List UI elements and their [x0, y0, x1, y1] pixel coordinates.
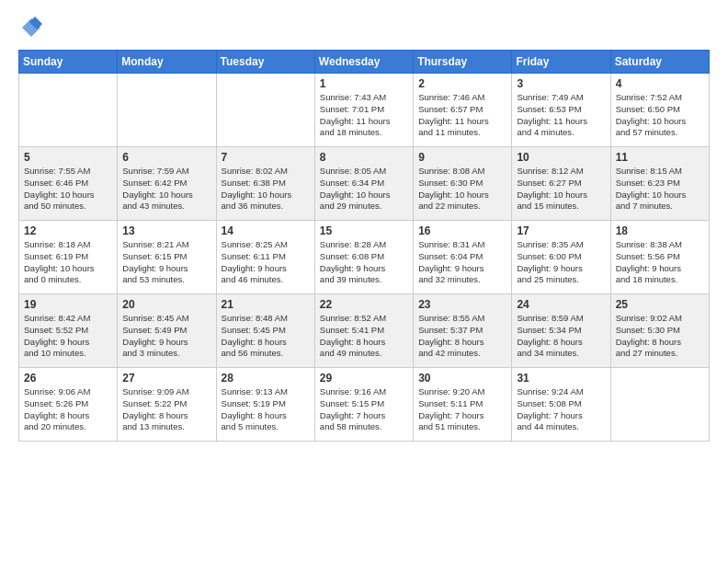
calendar-cell: 2Sunrise: 7:46 AM Sunset: 6:57 PM Daylig…	[414, 74, 512, 147]
day-number: 31	[517, 372, 605, 385]
calendar-cell	[216, 74, 314, 147]
page: SundayMondayTuesdayWednesdayThursdayFrid…	[0, 0, 728, 451]
day-number: 22	[320, 298, 408, 311]
day-number: 27	[122, 372, 210, 385]
calendar-cell: 15Sunrise: 8:28 AM Sunset: 6:08 PM Dayli…	[314, 221, 413, 294]
weekday-header-sunday: Sunday	[19, 51, 118, 74]
week-row-1: 5Sunrise: 7:55 AM Sunset: 6:46 PM Daylig…	[19, 147, 710, 221]
day-number: 21	[222, 298, 310, 311]
weekday-header-tuesday: Tuesday	[216, 51, 314, 74]
day-info: Sunrise: 8:25 AM Sunset: 6:11 PM Dayligh…	[222, 239, 310, 286]
calendar-cell: 4Sunrise: 7:52 AM Sunset: 6:50 PM Daylig…	[610, 74, 709, 147]
day-info: Sunrise: 9:06 AM Sunset: 5:26 PM Dayligh…	[24, 386, 112, 433]
day-info: Sunrise: 8:28 AM Sunset: 6:08 PM Dayligh…	[320, 239, 408, 286]
day-info: Sunrise: 8:08 AM Sunset: 6:30 PM Dayligh…	[418, 166, 506, 213]
day-number: 25	[616, 298, 704, 311]
day-number: 23	[418, 298, 506, 311]
calendar-body: 1Sunrise: 7:43 AM Sunset: 7:01 PM Daylig…	[19, 74, 710, 442]
day-info: Sunrise: 7:49 AM Sunset: 6:53 PM Dayligh…	[517, 92, 605, 139]
day-number: 13	[122, 224, 210, 237]
day-info: Sunrise: 8:52 AM Sunset: 5:41 PM Dayligh…	[320, 313, 408, 360]
logo-icon	[18, 15, 44, 40]
calendar-cell: 23Sunrise: 8:55 AM Sunset: 5:37 PM Dayli…	[414, 294, 512, 368]
calendar-cell: 20Sunrise: 8:45 AM Sunset: 5:49 PM Dayli…	[118, 294, 216, 368]
calendar-table: SundayMondayTuesdayWednesdayThursdayFrid…	[18, 50, 710, 442]
day-info: Sunrise: 9:24 AM Sunset: 5:08 PM Dayligh…	[517, 386, 605, 433]
day-info: Sunrise: 8:55 AM Sunset: 5:37 PM Dayligh…	[418, 313, 506, 360]
calendar-cell: 31Sunrise: 9:24 AM Sunset: 5:08 PM Dayli…	[512, 368, 610, 442]
calendar-cell: 21Sunrise: 8:48 AM Sunset: 5:45 PM Dayli…	[216, 294, 314, 368]
day-info: Sunrise: 9:20 AM Sunset: 5:11 PM Dayligh…	[418, 386, 506, 433]
day-number: 10	[517, 151, 605, 164]
day-number: 11	[616, 151, 704, 164]
day-info: Sunrise: 8:48 AM Sunset: 5:45 PM Dayligh…	[222, 313, 310, 360]
calendar-header: SundayMondayTuesdayWednesdayThursdayFrid…	[19, 51, 710, 74]
calendar-cell: 9Sunrise: 8:08 AM Sunset: 6:30 PM Daylig…	[414, 147, 512, 221]
calendar-cell: 13Sunrise: 8:21 AM Sunset: 6:15 PM Dayli…	[118, 221, 216, 294]
day-info: Sunrise: 8:59 AM Sunset: 5:34 PM Dayligh…	[517, 313, 605, 360]
day-info: Sunrise: 8:05 AM Sunset: 6:34 PM Dayligh…	[320, 166, 408, 213]
day-info: Sunrise: 9:02 AM Sunset: 5:30 PM Dayligh…	[616, 313, 704, 360]
header	[18, 15, 710, 40]
calendar-cell: 18Sunrise: 8:38 AM Sunset: 5:56 PM Dayli…	[610, 221, 709, 294]
day-number: 28	[222, 372, 310, 385]
day-info: Sunrise: 8:12 AM Sunset: 6:27 PM Dayligh…	[517, 166, 605, 213]
calendar-cell: 7Sunrise: 8:02 AM Sunset: 6:38 PM Daylig…	[216, 147, 314, 221]
calendar-cell	[19, 74, 118, 147]
day-number: 12	[24, 224, 112, 237]
week-row-3: 19Sunrise: 8:42 AM Sunset: 5:52 PM Dayli…	[19, 294, 710, 368]
day-number: 15	[320, 224, 408, 237]
day-info: Sunrise: 7:43 AM Sunset: 7:01 PM Dayligh…	[320, 92, 408, 139]
day-info: Sunrise: 7:59 AM Sunset: 6:42 PM Dayligh…	[122, 166, 210, 213]
calendar-cell: 3Sunrise: 7:49 AM Sunset: 6:53 PM Daylig…	[512, 74, 610, 147]
day-info: Sunrise: 8:38 AM Sunset: 5:56 PM Dayligh…	[616, 239, 704, 286]
calendar-cell: 10Sunrise: 8:12 AM Sunset: 6:27 PM Dayli…	[512, 147, 610, 221]
calendar-cell: 6Sunrise: 7:59 AM Sunset: 6:42 PM Daylig…	[118, 147, 216, 221]
logo	[18, 15, 48, 40]
calendar-cell: 26Sunrise: 9:06 AM Sunset: 5:26 PM Dayli…	[19, 368, 118, 442]
day-number: 9	[418, 151, 506, 164]
day-number: 7	[222, 151, 310, 164]
weekday-header-saturday: Saturday	[610, 51, 709, 74]
day-number: 24	[517, 298, 605, 311]
day-info: Sunrise: 8:15 AM Sunset: 6:23 PM Dayligh…	[616, 166, 704, 213]
day-info: Sunrise: 8:45 AM Sunset: 5:49 PM Dayligh…	[122, 313, 210, 360]
day-info: Sunrise: 8:02 AM Sunset: 6:38 PM Dayligh…	[222, 166, 310, 213]
day-info: Sunrise: 7:52 AM Sunset: 6:50 PM Dayligh…	[616, 92, 704, 139]
calendar-cell: 29Sunrise: 9:16 AM Sunset: 5:15 PM Dayli…	[314, 368, 413, 442]
day-number: 5	[24, 151, 112, 164]
day-number: 17	[517, 224, 605, 237]
day-number: 3	[517, 77, 605, 90]
calendar-cell: 22Sunrise: 8:52 AM Sunset: 5:41 PM Dayli…	[314, 294, 413, 368]
calendar-cell	[118, 74, 216, 147]
calendar-cell: 30Sunrise: 9:20 AM Sunset: 5:11 PM Dayli…	[414, 368, 512, 442]
day-number: 1	[320, 77, 408, 90]
day-info: Sunrise: 9:16 AM Sunset: 5:15 PM Dayligh…	[320, 386, 408, 433]
day-number: 19	[24, 298, 112, 311]
day-number: 26	[24, 372, 112, 385]
calendar-cell: 8Sunrise: 8:05 AM Sunset: 6:34 PM Daylig…	[314, 147, 413, 221]
day-info: Sunrise: 7:55 AM Sunset: 6:46 PM Dayligh…	[24, 166, 112, 213]
week-row-4: 26Sunrise: 9:06 AM Sunset: 5:26 PM Dayli…	[19, 368, 710, 442]
calendar-cell: 14Sunrise: 8:25 AM Sunset: 6:11 PM Dayli…	[216, 221, 314, 294]
day-number: 18	[616, 224, 704, 237]
day-number: 6	[122, 151, 210, 164]
weekday-header-monday: Monday	[118, 51, 216, 74]
day-number: 30	[418, 372, 506, 385]
week-row-0: 1Sunrise: 7:43 AM Sunset: 7:01 PM Daylig…	[19, 74, 710, 147]
day-info: Sunrise: 8:21 AM Sunset: 6:15 PM Dayligh…	[122, 239, 210, 286]
calendar-cell: 28Sunrise: 9:13 AM Sunset: 5:19 PM Dayli…	[216, 368, 314, 442]
calendar-cell: 17Sunrise: 8:35 AM Sunset: 6:00 PM Dayli…	[512, 221, 610, 294]
calendar-cell: 24Sunrise: 8:59 AM Sunset: 5:34 PM Dayli…	[512, 294, 610, 368]
calendar-cell: 11Sunrise: 8:15 AM Sunset: 6:23 PM Dayli…	[610, 147, 709, 221]
day-info: Sunrise: 8:31 AM Sunset: 6:04 PM Dayligh…	[418, 239, 506, 286]
day-number: 29	[320, 372, 408, 385]
day-info: Sunrise: 7:46 AM Sunset: 6:57 PM Dayligh…	[418, 92, 506, 139]
day-info: Sunrise: 8:42 AM Sunset: 5:52 PM Dayligh…	[24, 313, 112, 360]
calendar-cell: 5Sunrise: 7:55 AM Sunset: 6:46 PM Daylig…	[19, 147, 118, 221]
day-info: Sunrise: 8:18 AM Sunset: 6:19 PM Dayligh…	[24, 239, 112, 286]
weekday-header-wednesday: Wednesday	[314, 51, 413, 74]
weekday-header-thursday: Thursday	[414, 51, 512, 74]
week-row-2: 12Sunrise: 8:18 AM Sunset: 6:19 PM Dayli…	[19, 221, 710, 294]
day-number: 8	[320, 151, 408, 164]
